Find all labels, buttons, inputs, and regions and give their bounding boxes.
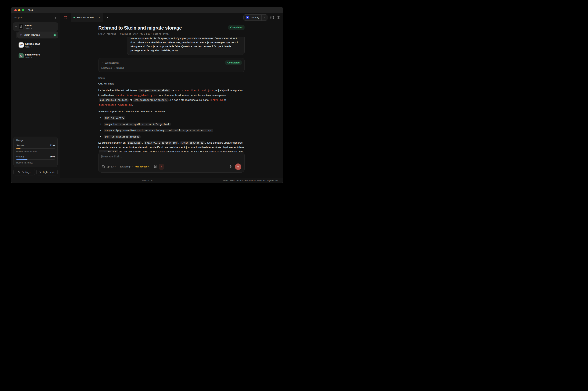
tab-close-icon[interactable]: ✕ [98,16,100,19]
attach-image-button[interactable] [101,165,105,168]
list-item: bun run tauri:build:debug [103,134,245,139]
breadcrumb: Skein / Skein rebrand / Rebrand to Skein… [222,179,283,182]
weekly-progress-track [16,159,55,160]
project-name: omanjewelry [25,53,40,56]
tree-line [16,32,16,38]
sidebar-item-skein[interactable]: Skein main [13,22,58,31]
weekly-label: Weekly [16,155,24,158]
terminal-selector: Ghostty [243,14,268,21]
inline-code: Skein.app [127,141,142,145]
inline-code: cargo test --manifest-path src-tauri/Car… [104,123,171,126]
chevron-right-icon[interactable] [14,44,17,46]
settings-button[interactable]: Settings [13,169,35,175]
weekly-resets: Resets in 3 days [16,161,55,164]
paragraph: Le bundle identifier est maintenant com.… [98,88,245,107]
tab-bar: Rebrand to Skein ... ✕ [60,13,283,22]
chevron-down-icon [264,16,266,18]
sidebar-item-omanjewelry[interactable]: O omanjewelry main [13,52,58,60]
project-name: lumpos-saas [25,42,40,45]
chevron-down-icon[interactable] [14,26,17,28]
list-item: cargo test --manifest-path src-tauri/Car… [103,122,245,126]
sidebar-item-skein-rebrand[interactable]: Skein rebrand [17,31,58,38]
weekly-progress-fill [16,159,27,160]
zoom-window-button[interactable] [22,9,24,11]
light-mode-button[interactable]: Light mode [36,169,58,175]
command-list: bun run verify cargo test --manifest-pat… [98,116,245,139]
plan-map-button[interactable] [153,165,157,168]
map-icon [153,165,157,168]
divider [151,165,151,168]
minimize-window-button[interactable] [18,9,20,11]
panel-left-icon [64,16,67,19]
terminal-name: Ghostty [251,16,259,19]
work-activity-card[interactable]: Work activity Completed 5 updates · 5 th… [98,58,245,72]
status-bar: Skein 0.1.9 Skein / Skein rebrand / Rebr… [11,178,283,183]
microphone-icon [229,165,232,168]
page-title: Rebrand to Skein and migrate storage [98,25,182,31]
voice-input-button[interactable] [229,165,232,168]
reasoning-selector[interactable]: Extra High › [120,165,133,168]
projects-header: Projects [14,16,23,19]
list-item: cargo clippy --manifest-path src-tauri/C… [103,128,245,133]
user-message-bubble: micro, comme tu le dis. Et après, bon, i… [127,37,245,55]
split-view-button[interactable] [277,16,280,19]
sidebar-item-lumpos-saas[interactable]: Lumpos lumpos-saas main [13,41,58,49]
app-window: Skein Projects [11,7,283,183]
inline-code: com.paulbouzian.loom [99,98,129,102]
inline-code: Skein_0.1.8_aarch64.dmg [144,141,178,145]
inline-code: .../Loom.app [99,150,118,152]
settings-label: Settings [22,171,30,174]
session-label: Session [16,144,25,147]
open-terminal-button[interactable] [270,16,274,19]
paragraph: La seule nuance qui reste, indépendante … [98,145,245,152]
add-project-button[interactable] [54,16,57,19]
tab-rebrand-to-skein[interactable]: Rebrand to Skein ... ✕ [71,13,103,22]
inline-code: com.paulbouzian.threadex [133,98,168,102]
light-mode-label: Light mode [43,171,55,174]
project-name: Skein [25,24,32,27]
file-link[interactable]: src-tauri/tauri.conf.json [178,89,213,92]
chevron-right-icon: › [115,165,116,168]
reasoning-level: Extra High [120,165,131,168]
inline-code: Skein.app.tar.gz [180,141,205,145]
assistant-author: Codex [98,77,245,79]
chevron-right-icon[interactable] [101,62,103,64]
toggle-sidebar-button[interactable] [64,16,67,19]
paragraph: Le bundling sort bien en Skein.app, Skei… [98,141,245,145]
composer-placeholder: Message Skein... [102,155,123,158]
work-activity-summary: 5 updates · 5 thinking [101,67,242,69]
message-composer[interactable]: Message Skein... gpt-5.4 [98,152,245,173]
file-link[interactable]: README.md [210,98,223,101]
git-branch-icon [19,34,22,36]
omanjewelry-project-icon: O [18,53,24,58]
project-branch: main [25,56,30,59]
model-selector[interactable]: gpt-5.4 › [107,165,116,168]
send-button[interactable] [235,164,241,170]
text-cursor [101,155,102,158]
file-link[interactable]: docs/release-runbook.md [99,103,132,106]
model-name: gpt-5.4 [107,165,114,168]
message-scroll-area[interactable]: micro, comme tu le dis. Et après, bon, i… [98,37,245,152]
inline-code: com.paulbouzian.skein [138,89,170,92]
tab-label: Rebrand to Skein ... [77,16,96,19]
paragraph: Validation repassée au complet avec le n… [98,109,245,114]
file-link[interactable]: src-tauri/src/app_identity.rs [115,94,156,97]
inline-code: bun run verify [104,116,125,120]
session-percent: 11% [50,144,55,147]
traffic-lights [14,9,24,11]
skein-project-icon [18,24,24,29]
weekly-percent: 29% [50,155,55,158]
usage-card: Usage Session 11% Resets in 56 minutes W… [13,137,58,167]
task-header: Rebrand to Skein and migrate storage Com… [98,22,245,35]
image-icon [101,165,105,168]
terminal-dropdown-button[interactable] [262,14,267,20]
terminal-selector-button[interactable]: Ghostty [244,14,261,20]
access-selector[interactable]: Full access › [135,165,149,168]
branch-status-dot [31,46,32,47]
new-tab-button[interactable] [106,16,109,19]
turbo-mode-button[interactable] [159,164,164,170]
close-window-button[interactable] [14,9,17,11]
session-progress-track [16,148,55,149]
chevron-right-icon[interactable] [14,55,17,57]
columns-icon [277,16,280,19]
